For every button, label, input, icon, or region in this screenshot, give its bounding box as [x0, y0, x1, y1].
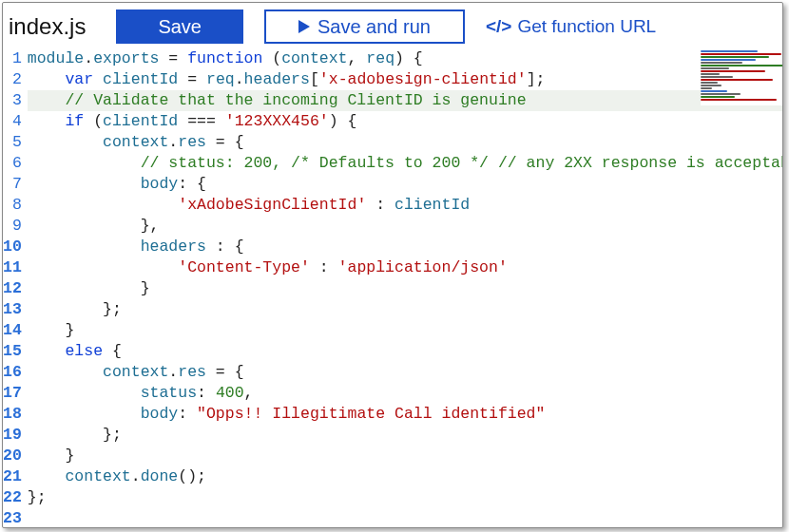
line-number: 21	[3, 466, 22, 487]
line-number: 23	[3, 508, 22, 527]
line-number: 16	[3, 362, 22, 383]
line-number: 18	[3, 404, 22, 425]
code-line[interactable]: module.exports = function (context, req)…	[28, 48, 782, 69]
code-line[interactable]: };	[28, 487, 782, 508]
code-line[interactable]: 'xAdobeSignClientId' : clientId	[28, 195, 782, 216]
code-line[interactable]: };	[28, 425, 782, 446]
code-line[interactable]: body: {	[28, 174, 782, 195]
toolbar: index.js Save Save and run </> Get funct…	[3, 3, 782, 48]
line-number: 3	[3, 90, 22, 111]
code-icon: </>	[486, 16, 511, 37]
save-button[interactable]: Save	[116, 10, 243, 44]
code-line[interactable]: 'Content-Type' : 'application/json'	[28, 257, 782, 278]
code-line[interactable]: // Validate that the incoming ClientID i…	[28, 90, 782, 111]
line-number: 12	[3, 278, 22, 299]
line-number: 2	[3, 69, 22, 90]
get-url-label: Get function URL	[517, 16, 656, 37]
save-and-run-button[interactable]: Save and run	[264, 10, 465, 44]
line-number: 10	[3, 237, 22, 257]
code-line[interactable]: status: 400,	[28, 383, 782, 404]
code-line[interactable]: },	[28, 216, 782, 237]
code-line[interactable]: // status: 200, /* Defaults to 200 */ //…	[28, 153, 782, 174]
line-number: 4	[3, 111, 22, 132]
code-line[interactable]: }	[28, 278, 782, 299]
save-run-label: Save and run	[318, 16, 431, 38]
code-line[interactable]: }	[28, 446, 782, 466]
filename-label: index.js	[9, 13, 95, 40]
line-number: 9	[3, 216, 22, 237]
code-line[interactable]: context.done();	[28, 466, 782, 487]
code-line[interactable]	[28, 508, 782, 527]
line-number: 5	[3, 132, 22, 153]
line-number: 17	[3, 383, 22, 404]
code-line[interactable]: if (clientId === '123XXX456') {	[28, 111, 782, 132]
line-number: 6	[3, 153, 22, 174]
line-number: 22	[3, 487, 22, 508]
code-line[interactable]: headers : {	[28, 237, 782, 257]
line-number: 13	[3, 299, 22, 320]
code-line[interactable]: var clientId = req.headers['x-adobesign-…	[28, 69, 782, 90]
code-line[interactable]: else {	[28, 341, 782, 362]
editor-window: index.js Save Save and run </> Get funct…	[2, 2, 783, 528]
line-number-gutter: 1234567891011121314151617181920212223	[3, 48, 28, 527]
line-number: 7	[3, 174, 22, 195]
line-number: 20	[3, 446, 22, 466]
code-line[interactable]: };	[28, 299, 782, 320]
line-number: 19	[3, 425, 22, 446]
play-icon	[298, 20, 310, 33]
code-line[interactable]: context.res = {	[28, 132, 782, 153]
line-number: 15	[3, 341, 22, 362]
line-number: 14	[3, 320, 22, 341]
get-function-url-link[interactable]: </> Get function URL	[486, 16, 656, 37]
code-editor[interactable]: 1234567891011121314151617181920212223 mo…	[3, 48, 782, 527]
line-number: 1	[3, 48, 22, 69]
line-number: 11	[3, 257, 22, 278]
line-number: 8	[3, 195, 22, 216]
code-line[interactable]: }	[28, 320, 782, 341]
code-line[interactable]: context.res = {	[28, 362, 782, 383]
code-line[interactable]: body: "Opps!! Illegitimate Call identifi…	[28, 404, 782, 425]
code-area[interactable]: module.exports = function (context, req)…	[28, 48, 782, 527]
